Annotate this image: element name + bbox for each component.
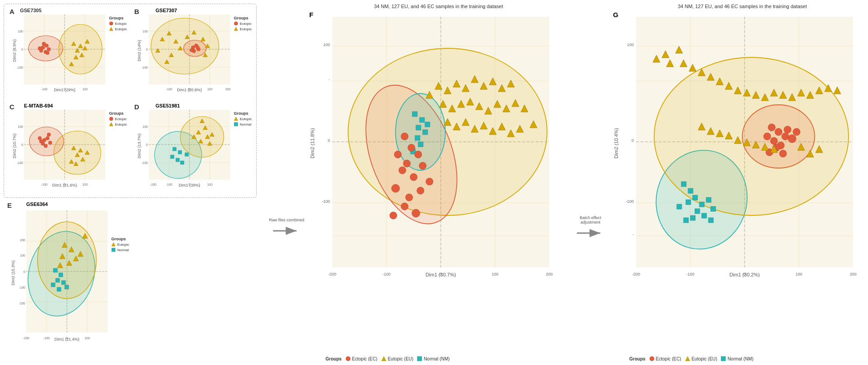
svg-text:100: 100	[20, 254, 25, 257]
svg-point-301	[775, 128, 782, 136]
arrow-f-container: Raw files combined	[269, 94, 305, 361]
svg-text:-100: -100	[43, 337, 50, 340]
svg-text:100: 100	[142, 125, 148, 128]
svg-point-222	[417, 187, 424, 194]
svg-marker-36	[109, 27, 113, 31]
panel-e-legend: Groups Eutopic Normal	[111, 237, 129, 253]
svg-point-226	[390, 212, 397, 219]
svg-text:0: 0	[632, 138, 634, 143]
svg-rect-207	[423, 130, 428, 135]
svg-text:Dim2 (10.7%): Dim2 (10.7%)	[12, 133, 17, 158]
svg-point-213	[408, 144, 415, 151]
svg-rect-294	[702, 213, 707, 218]
svg-text:-: -	[329, 77, 330, 82]
panel-g-bottom-legend: Groups Ectopic (EC) Eutopic (EU) Normal …	[611, 356, 868, 361]
svg-text:0: 0	[64, 88, 66, 91]
svg-text:-100: -100	[142, 66, 148, 69]
svg-text:Dim2 (11.8%): Dim2 (11.8%)	[310, 128, 315, 158]
svg-text:0: 0	[189, 88, 190, 91]
svg-point-95	[38, 136, 42, 140]
svg-point-225	[412, 209, 420, 217]
svg-rect-298	[684, 218, 689, 223]
svg-point-217	[399, 167, 406, 174]
svg-text:-100: -100	[382, 272, 391, 276]
svg-point-216	[415, 151, 422, 158]
svg-rect-209	[425, 122, 430, 127]
svg-point-305	[784, 126, 791, 133]
svg-text:0: 0	[146, 48, 148, 51]
svg-rect-295	[711, 206, 716, 211]
svg-text:100: 100	[795, 272, 802, 276]
svg-rect-169	[59, 273, 63, 277]
svg-point-215	[403, 160, 410, 167]
svg-point-52	[190, 48, 193, 52]
svg-point-303	[770, 137, 778, 145]
svg-rect-205	[420, 117, 425, 122]
panel-e-label: E	[7, 201, 12, 209]
panel-a-legend: Groups Ectopic Eutopic	[109, 16, 127, 32]
panel-c: C E-MTAB-694	[6, 101, 128, 194]
svg-point-309	[788, 135, 796, 143]
svg-text:-100: -100	[166, 183, 172, 186]
panel-d-legend: Groups Eutopic Normal	[234, 111, 252, 127]
svg-rect-293	[695, 209, 700, 214]
panel-g-container: G	[611, 10, 868, 355]
svg-text:200: 200	[546, 272, 552, 276]
svg-marker-112	[109, 122, 113, 126]
panel-d: D GSE51981	[131, 101, 253, 194]
svg-point-203	[396, 94, 445, 170]
svg-rect-289	[693, 195, 698, 200]
svg-point-212	[401, 133, 408, 140]
svg-text:0: 0	[189, 183, 190, 186]
svg-rect-148	[234, 122, 238, 126]
svg-point-300	[768, 124, 775, 131]
svg-text:0: 0	[328, 138, 330, 143]
svg-rect-168	[53, 268, 57, 272]
svg-point-311	[779, 150, 787, 157]
svg-text:-200: -200	[19, 302, 25, 305]
svg-point-89	[46, 136, 49, 140]
arrow-g-container: Batch effect adjustment	[572, 94, 609, 361]
svg-text:0: 0	[64, 183, 66, 186]
svg-rect-132	[173, 147, 176, 151]
svg-point-221	[406, 194, 413, 201]
svg-point-17	[46, 51, 49, 55]
svg-point-223	[426, 178, 433, 185]
svg-point-286	[654, 57, 849, 215]
svg-point-75	[234, 22, 238, 25]
main-container: A GSE7305	[0, 0, 868, 365]
arrow-g-svg	[577, 226, 604, 240]
svg-point-11	[41, 46, 45, 49]
svg-text:200: 200	[225, 88, 231, 91]
svg-rect-208	[415, 136, 420, 140]
left-column: A GSE7305	[4, 4, 266, 361]
svg-point-47	[184, 40, 206, 56]
panel-f-title: 34 NM, 127 EU, and 46 EC samples in the …	[307, 4, 570, 9]
svg-text:-100: -100	[41, 88, 47, 91]
svg-point-268	[346, 356, 350, 361]
svg-text:Dim2 (8.5%): Dim2 (8.5%)	[12, 39, 17, 62]
svg-point-302	[782, 133, 789, 140]
svg-marker-186	[112, 243, 115, 246]
svg-text:100: 100	[82, 88, 88, 91]
svg-rect-292	[706, 197, 711, 202]
svg-point-224	[401, 203, 408, 210]
svg-text:-200: -200	[328, 272, 336, 276]
svg-text:100: 100	[323, 42, 330, 47]
svg-text:0: 0	[21, 48, 23, 51]
panel-c-legend: Groups Ectopic Eutopic	[109, 111, 127, 127]
svg-text:0: 0	[439, 272, 442, 276]
svg-rect-171	[61, 281, 66, 285]
svg-point-357	[650, 356, 654, 361]
svg-marker-358	[685, 356, 690, 361]
svg-point-111	[109, 117, 113, 121]
panel-f-svg: Dim1 (30.7%) Dim2 (11.8%) -200 -100 0 10…	[307, 10, 570, 304]
svg-rect-288	[688, 188, 693, 193]
svg-rect-134	[170, 155, 174, 159]
abcd-panel: A GSE7305	[4, 4, 257, 198]
panel-g-svg: Dim1 (30.2%) Dim2 (10.4%) -200 -100 0 10…	[611, 10, 868, 304]
svg-text:-200: -200	[23, 337, 29, 340]
svg-point-214	[394, 151, 401, 158]
svg-rect-299	[708, 218, 713, 223]
svg-rect-204	[412, 112, 417, 117]
